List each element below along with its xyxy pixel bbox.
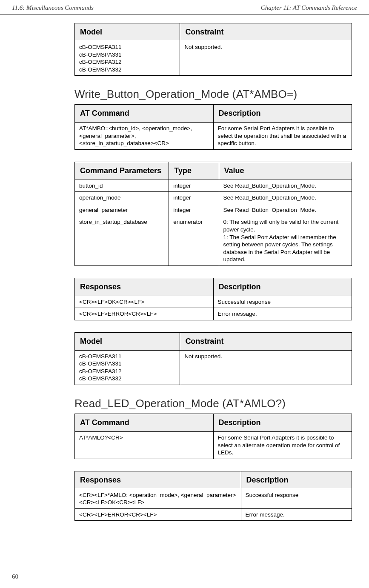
command-parameters-table: Command Parameters Type Value button_id …: [74, 162, 352, 266]
th-at-command: AT Command: [75, 105, 214, 123]
td-constraint-value: Not supported.: [180, 350, 352, 385]
page-header: 11.6: Miscellaneous Commands Chapter 11:…: [0, 0, 369, 14]
td-value: See Read_Button_Operation_Mode.: [219, 204, 352, 216]
at-command-table-2: AT Command Description AT*AMLO?<CR> For …: [74, 414, 352, 459]
th-model: Model: [75, 332, 180, 350]
td-description: For some Serial Port Adapters it is poss…: [213, 432, 352, 459]
header-left: 11.6: Miscellaneous Commands: [12, 4, 94, 11]
th-description: Description: [213, 414, 352, 432]
th-command-parameters: Command Parameters: [75, 162, 169, 180]
td-value: See Read_Button_Operation_Mode.: [219, 180, 352, 192]
td-description: Error message.: [241, 508, 352, 521]
td-response: <CR><LF>OK<CR><LF>: [75, 296, 214, 308]
td-model-list: cB-OEMSPA311 cB-OEMSPA331 cB-OEMSPA312 c…: [75, 350, 180, 385]
th-description: Description: [213, 105, 352, 123]
header-right: Chapter 11: AT Commands Reference: [261, 4, 357, 11]
td-value: 0: The setting will only be valid for th…: [219, 216, 352, 265]
th-at-command: AT Command: [75, 414, 214, 432]
model-constraint-table-2: Model Constraint cB-OEMSPA311 cB-OEMSPA3…: [74, 332, 352, 385]
th-description: Description: [213, 278, 352, 296]
td-response: <CR><LF>ERROR<CR><LF>: [75, 308, 214, 320]
td-at-command: AT*AMBO=<button_id>, <operation_mode>, <…: [75, 123, 214, 150]
section-write-button: Write_Button_Operation_Mode (AT*AMBO=): [74, 88, 352, 101]
section-read-led: Read_LED_Operation_Mode (AT*AMLO?): [74, 397, 352, 410]
td-at-command: AT*AMLO?<CR>: [75, 432, 214, 459]
th-responses: Responses: [75, 278, 214, 296]
th-responses: Responses: [75, 471, 241, 489]
td-param: button_id: [75, 180, 169, 192]
td-param: store_in_startup_database: [75, 216, 169, 265]
td-description: Successful response: [213, 296, 352, 308]
th-model: Model: [75, 23, 180, 41]
th-type: Type: [169, 162, 219, 180]
td-value: See Read_Button_Operation_Mode.: [219, 192, 352, 204]
td-response: <CR><LF>ERROR<CR><LF>: [75, 508, 241, 521]
page-content: Model Constraint cB-OEMSPA311 cB-OEMSPA3…: [74, 14, 352, 521]
td-type: integer: [169, 180, 219, 192]
th-description: Description: [241, 471, 352, 489]
responses-table-2: Responses Description <CR><LF>*AMLO: <op…: [74, 471, 352, 521]
th-value: Value: [219, 162, 352, 180]
td-type: enumerator: [169, 216, 219, 265]
td-description: Successful response: [241, 489, 352, 508]
td-description: Error message.: [213, 308, 352, 320]
td-param: general_parameter: [75, 204, 169, 216]
td-constraint-value: Not supported.: [180, 41, 352, 76]
td-response: <CR><LF>*AMLO: <operation_mode>, <genera…: [75, 489, 241, 508]
td-description: For some Serial Port Adapters it is poss…: [213, 123, 352, 150]
model-constraint-table-1: Model Constraint cB-OEMSPA311 cB-OEMSPA3…: [74, 23, 352, 76]
th-constraint: Constraint: [180, 23, 352, 41]
at-command-table-1: AT Command Description AT*AMBO=<button_i…: [74, 104, 352, 150]
td-type: integer: [169, 192, 219, 204]
td-type: integer: [169, 204, 219, 216]
td-param: operation_mode: [75, 192, 169, 204]
td-model-list: cB-OEMSPA311 cB-OEMSPA331 cB-OEMSPA312 c…: [75, 41, 180, 76]
page-number: 60: [12, 573, 18, 580]
th-constraint: Constraint: [180, 332, 352, 350]
responses-table-1: Responses Description <CR><LF>OK<CR><LF>…: [74, 278, 352, 320]
